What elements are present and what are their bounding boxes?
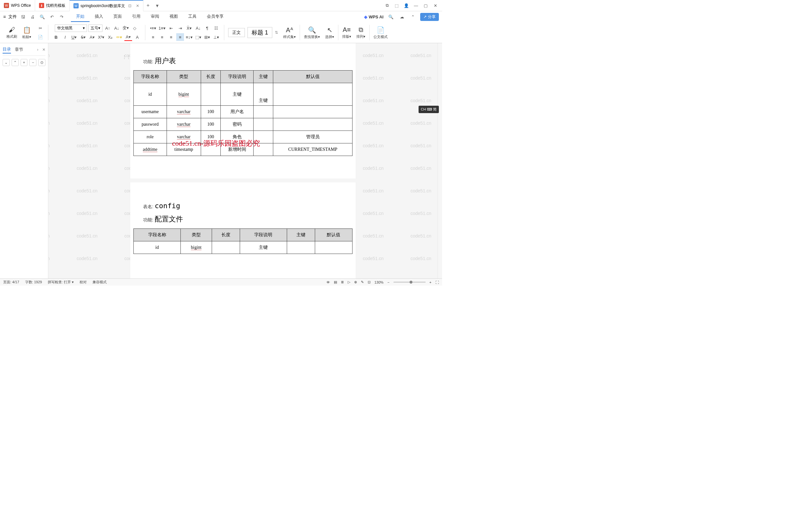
tab-view[interactable]: 视图 xyxy=(164,12,183,22)
collapse-ribbon-icon[interactable]: ⌃ xyxy=(409,13,416,20)
save-icon[interactable]: 🖫 xyxy=(19,13,27,20)
close-icon[interactable]: ✕ xyxy=(42,47,46,52)
close-icon[interactable]: ✕ xyxy=(136,3,139,8)
outline-view-icon[interactable]: ≣ xyxy=(341,280,344,284)
layout-icon[interactable]: ⧉ xyxy=(383,1,391,10)
maximize-button[interactable]: ▢ xyxy=(421,1,430,10)
underline-icon[interactable]: U▾ xyxy=(70,33,78,41)
cloud-upload-icon[interactable]: ☁ xyxy=(398,13,405,20)
tab-tools[interactable]: 工具 xyxy=(183,12,202,22)
outdent-icon[interactable]: ⇤ xyxy=(167,24,175,32)
char-shading-icon[interactable]: A xyxy=(133,33,141,41)
minimize-button[interactable]: — xyxy=(412,1,420,10)
circle-icon[interactable]: ⊙ xyxy=(38,59,46,66)
preview-icon[interactable]: 🔍 xyxy=(39,13,46,20)
align-justify-icon[interactable]: ≡ xyxy=(176,33,184,41)
close-button[interactable]: ✕ xyxy=(431,1,440,10)
tab-page[interactable]: 页面 xyxy=(108,12,127,22)
print-icon[interactable]: 🖨 xyxy=(29,13,36,20)
tab-insert[interactable]: 插入 xyxy=(89,12,108,22)
italic-icon[interactable]: I xyxy=(61,33,69,41)
redo-icon[interactable]: ↷ xyxy=(58,13,65,20)
expand-all-icon[interactable]: ⌃ xyxy=(12,59,19,66)
char-scale-icon[interactable]: Ẍ▾ xyxy=(185,24,193,32)
ime-indicator[interactable]: CH ⌨ 简 xyxy=(418,106,439,113)
right-scrollbar[interactable] xyxy=(437,43,442,278)
columns-icon[interactable]: ☷ xyxy=(212,24,220,32)
zoom-slider[interactable] xyxy=(394,282,426,283)
clear-format-icon[interactable]: ◇ xyxy=(131,24,138,32)
menu-file[interactable]: 文件 xyxy=(9,14,17,20)
tab-review[interactable]: 审阅 xyxy=(146,12,164,22)
chevron-right-icon[interactable]: › xyxy=(37,47,38,52)
select-button[interactable]: ↖选择▾ xyxy=(325,26,334,39)
paragraph-marks-icon[interactable]: ¶ xyxy=(203,24,211,32)
strike-icon[interactable]: S̶▾ xyxy=(79,33,87,41)
highlight-icon[interactable]: ✏▾ xyxy=(115,33,123,41)
numbering-icon[interactable]: 1≡▾ xyxy=(158,24,166,32)
sort-icon[interactable]: A↓ xyxy=(194,24,202,32)
paste-button[interactable]: 📋粘贴▾ xyxy=(22,26,31,39)
subscript-icon[interactable]: X²▾ xyxy=(97,33,105,41)
align-right-icon[interactable]: ≡ xyxy=(167,33,175,41)
line-spacing-icon[interactable]: ≡↕▾ xyxy=(185,33,193,41)
fit-icon[interactable]: ⊡ xyxy=(368,280,370,284)
style-heading1[interactable]: 标题 1 xyxy=(247,27,272,38)
page-view-icon[interactable]: ▤ xyxy=(334,280,337,284)
style-normal[interactable]: 正文 xyxy=(228,28,245,37)
arrange-h-button[interactable]: ⧉排列▾ xyxy=(357,26,365,39)
web-view-icon[interactable]: ⊕ xyxy=(354,280,357,284)
zoom-out-icon[interactable]: − xyxy=(387,280,389,284)
copy-icon[interactable]: 📄 xyxy=(36,33,44,41)
add-icon[interactable]: + xyxy=(21,59,28,66)
tab-menu-button[interactable]: ▾ xyxy=(153,3,162,9)
tab-member[interactable]: 会员专享 xyxy=(202,12,229,22)
status-proof[interactable]: 校对 xyxy=(80,280,87,284)
drag-handle-icon[interactable]: ⋮⋮ xyxy=(122,55,131,59)
style-set-button[interactable]: Aᴬ样式集▾ xyxy=(283,26,296,39)
official-mode-button[interactable]: 📄公文模式 xyxy=(374,26,388,39)
align-center-icon[interactable]: ≡ xyxy=(158,33,166,41)
find-replace-button[interactable]: 🔍查找替换▾ xyxy=(304,26,320,39)
toc-tab-contents[interactable]: 目录 xyxy=(3,46,11,53)
status-words[interactable]: 字数: 1929 xyxy=(25,280,42,284)
style-scroll-icon[interactable]: ⇅ xyxy=(275,30,278,35)
status-spell[interactable]: 拼写检查: 打开 ▾ xyxy=(48,280,74,284)
arrange-v-button[interactable]: A≡排版▾ xyxy=(342,26,351,39)
app-tab-daoke[interactable]: ⬇ 找稻壳模板 xyxy=(35,0,70,11)
bullets-icon[interactable]: •≡▾ xyxy=(149,24,157,32)
align-left-icon[interactable]: ≡ xyxy=(149,33,157,41)
add-tab-button[interactable]: + xyxy=(144,3,153,9)
shading-icon[interactable]: ⬚▾ xyxy=(194,33,202,41)
document-viewport[interactable]: code51.cncode51.cncode51.cncode51.cncode… xyxy=(48,43,437,278)
collapse-all-icon[interactable]: ⌄ xyxy=(3,59,10,66)
tabstop-icon[interactable]: ⊥▾ xyxy=(212,33,220,41)
borders-icon[interactable]: ⊞▾ xyxy=(203,33,211,41)
shrink-font-icon[interactable]: A↓ xyxy=(113,24,120,32)
font-size-select[interactable]: 五号▾ xyxy=(88,24,102,32)
app-tab-document[interactable]: W springbootm3ord数据库文 ⊡ ✕ xyxy=(70,0,144,11)
remove-icon[interactable]: − xyxy=(29,59,36,66)
fullscreen-icon[interactable]: ⛶ xyxy=(435,280,439,284)
status-compat[interactable]: 兼容模式 xyxy=(93,280,107,284)
cube-icon[interactable]: ⬚ xyxy=(393,1,401,10)
super2-icon[interactable]: X₂ xyxy=(106,33,114,41)
zoom-in-icon[interactable]: + xyxy=(430,280,431,284)
phonetic-guide-icon[interactable]: 变▾ xyxy=(122,24,130,32)
zoom-level[interactable]: 130% xyxy=(375,280,383,284)
share-button[interactable]: ↗ 分享 xyxy=(420,13,439,21)
cut-icon[interactable]: ✂ xyxy=(36,24,44,32)
format-brush-button[interactable]: 🖌格式刷 xyxy=(6,26,17,39)
edit-icon[interactable]: ✎ xyxy=(361,280,364,284)
font-select[interactable]: 华文细黑▾ xyxy=(55,24,87,32)
hamburger-icon[interactable]: ≡ xyxy=(3,14,6,19)
undo-icon[interactable]: ↶ xyxy=(48,13,55,20)
indent-icon[interactable]: ⇥ xyxy=(176,24,184,32)
avatar-icon[interactable]: 👤 xyxy=(402,1,411,10)
eye-icon[interactable]: 👁 xyxy=(327,280,330,284)
font-color-icon[interactable]: A▾ xyxy=(125,33,132,41)
status-page[interactable]: 页面: 4/17 xyxy=(3,280,19,284)
toc-tab-chapters[interactable]: 章节 xyxy=(15,46,23,53)
superscript-icon[interactable]: A▾ xyxy=(88,33,96,41)
app-tab-wps[interactable]: W WPS Office xyxy=(0,0,35,11)
